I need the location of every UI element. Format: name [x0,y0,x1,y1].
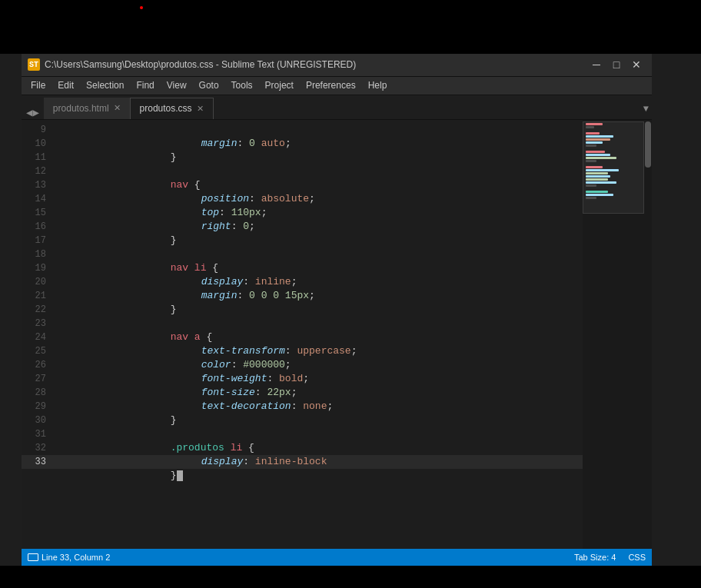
line-num-29: 29 [22,400,52,414]
status-position: Line 33, Column 2 [42,553,110,562]
line-num-22: 22 [22,303,52,317]
tab-html-close[interactable]: ✕ [114,103,121,113]
line-num-31: 31 [22,427,52,441]
line-num-15: 15 [22,206,52,220]
line-num-27: 27 [22,372,52,386]
tab-css-label: produtos.css [140,103,192,114]
line-num-33: 33 [22,455,52,469]
line-num-13: 13 [22,178,52,192]
scrollbar[interactable] [644,120,652,549]
line-num-21: 21 [22,289,52,303]
status-tab-size: Tab Size: 4 [574,553,616,562]
window-title: C:\Users\Samsung\Desktop\produtos.css - … [45,59,356,70]
tab-css-close[interactable]: ✕ [197,104,204,114]
menu-file[interactable]: File [25,77,51,95]
line-num-23: 23 [22,317,52,331]
status-right: Tab Size: 4 CSS [574,553,646,562]
status-language: CSS [628,553,646,562]
tab-dropdown-icon[interactable]: ▼ [643,104,649,115]
menu-tools[interactable]: Tools [225,77,259,95]
minimize-button[interactable]: ─ [587,57,606,72]
notification-dot [140,6,143,9]
menu-selection[interactable]: Selection [80,77,130,95]
close-button[interactable]: ✕ [627,57,646,72]
line-num-24: 24 [22,331,52,344]
line-num-25: 25 [22,344,52,358]
line-num-18: 18 [22,247,52,261]
line-num-11: 11 [22,151,52,164]
title-bar-left: ST C:\Users\Samsung\Desktop\produtos.css… [28,58,356,71]
app-window: ST C:\Users\Samsung\Desktop\produtos.css… [0,0,701,588]
line-num-14: 14 [22,192,52,206]
menu-view[interactable]: View [161,77,193,95]
menu-preferences[interactable]: Preferences [300,77,362,95]
maximize-button[interactable]: □ [607,57,626,72]
bottom-taskbar [0,566,701,588]
line-num-30: 30 [22,414,52,427]
line-num-12: 12 [22,164,52,178]
menu-goto[interactable]: Goto [193,77,225,95]
window-controls: ─ □ ✕ [587,57,646,72]
tab-nav[interactable]: ◀▶ [22,106,44,119]
line-num-19: 19 [22,261,52,275]
window-wrapper: ST C:\Users\Samsung\Desktop\produtos.css… [0,54,701,566]
line-numbers: 9 10 11 12 13 14 15 16 17 18 19 20 21 22… [22,120,52,549]
tab-html[interactable]: produtos.html ✕ [44,98,130,119]
line-num-20: 20 [22,275,52,289]
scrollbar-thumb[interactable] [645,121,651,168]
code-editor[interactable]: margin: 0 auto; } nav { position: absolu… [52,120,583,549]
line-num-28: 28 [22,386,52,400]
line-num-17: 17 [22,234,52,247]
line-num-32: 32 [22,441,52,455]
line-num-10: 10 [22,137,52,151]
title-bar: ST C:\Users\Samsung\Desktop\produtos.css… [22,54,652,77]
minimap-viewport [583,121,644,214]
editor-area: 9 10 11 12 13 14 15 16 17 18 19 20 21 22… [22,120,652,549]
code-line-9: margin: 0 auto; [52,123,583,137]
app-icon: ST [28,58,40,71]
sublime-text-window: ST C:\Users\Samsung\Desktop\produtos.css… [22,54,652,566]
tab-css[interactable]: produtos.css ✕ [130,98,214,119]
monitor-icon [28,553,38,561]
menu-find[interactable]: Find [130,77,160,95]
menu-bar: File Edit Selection Find View Goto Tools… [22,77,652,95]
tab-html-label: produtos.html [53,103,109,114]
minimap [583,120,644,549]
menu-edit[interactable]: Edit [51,77,80,95]
top-taskbar [0,0,701,54]
status-bar: Line 33, Column 2 Tab Size: 4 CSS [22,549,652,566]
line-num-16: 16 [22,220,52,234]
status-left: Line 33, Column 2 [28,553,110,562]
line-num-9: 9 [22,123,52,137]
menu-help[interactable]: Help [362,77,394,95]
menu-project[interactable]: Project [259,77,300,95]
tab-bar: ◀▶ produtos.html ✕ produtos.css ✕ ▼ [22,95,652,120]
line-num-26: 26 [22,358,52,372]
